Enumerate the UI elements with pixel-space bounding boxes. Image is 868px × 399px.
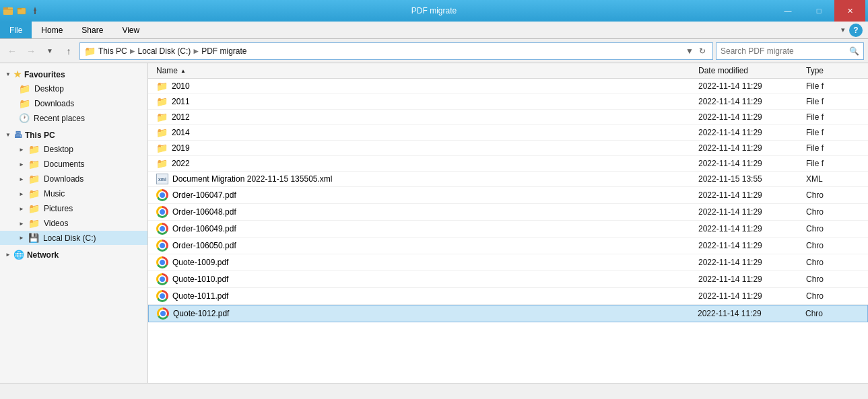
sidebar-item-desktop-fav[interactable]: 📁 Desktop	[0, 81, 147, 96]
file-row-order-106048[interactable]: Order-106048.pdf 2022-11-14 11:29 Chro	[148, 204, 868, 221]
sidebar-item-videos-pc[interactable]: ► 📁 Videos	[0, 216, 147, 231]
quick-access-icon[interactable]	[16, 5, 27, 16]
pdf-chrome-icon-106047	[156, 189, 168, 201]
pdf-chrome-icon-quote-1010	[156, 273, 168, 285]
pin-icon[interactable]	[30, 5, 40, 16]
back-button[interactable]: ←	[4, 43, 20, 59]
help-button[interactable]: ?	[849, 24, 863, 37]
pdf-chrome-icon-quote-1011	[156, 290, 168, 302]
minimize-button[interactable]: —	[772, 0, 803, 22]
clock-icon-recent: 🕐	[19, 113, 30, 123]
file-row-2012[interactable]: 📁 2012 2022-11-14 11:29 File f	[148, 110, 868, 125]
folder-icon-pictures-pc: 📁	[28, 203, 40, 214]
file-name-2022: 📁 2022	[156, 158, 698, 169]
sidebar-section-network: ► 🌐 Network	[0, 248, 147, 262]
sidebar-item-music-pc[interactable]: ► 📁 Music	[0, 186, 147, 201]
pdf-chrome-icon-quote-1012	[157, 307, 169, 320]
file-row-2014[interactable]: 📁 2014 2022-11-14 11:29 File f	[148, 125, 868, 141]
search-icon[interactable]: 🔍	[849, 46, 859, 56]
file-row-quote-1010[interactable]: Quote-1010.pdf 2022-11-14 11:29 Chro	[148, 271, 868, 288]
file-name-2010: 📁 2010	[156, 81, 698, 92]
file-row-quote-1012[interactable]: Quote-1012.pdf 2022-11-14 11:29 Chro	[148, 305, 868, 322]
sidebar-item-local-disk[interactable]: ► 💾 Local Disk (C:)	[0, 231, 147, 245]
addr-dropdown-icon[interactable]: ▼	[686, 46, 694, 56]
addr-this-pc[interactable]: This PC	[98, 46, 127, 56]
file-name-2019: 📁 2019	[156, 143, 698, 153]
folder-icon-desktop-pc: 📁	[28, 144, 40, 155]
file-name-2012: 📁 2012	[156, 112, 698, 122]
addr-sep-2: ►	[192, 46, 200, 56]
addr-refresh-button[interactable]: ↻	[696, 46, 708, 56]
addr-local-disk[interactable]: Local Disk (C:)	[138, 46, 191, 56]
pdf-chrome-icon-106048	[156, 206, 168, 218]
file-row-2019[interactable]: 📁 2019 2022-11-14 11:29 File f	[148, 141, 868, 156]
title-bar-left	[3, 5, 40, 16]
file-row-2022[interactable]: 📁 2022 2022-11-14 11:29 File f	[148, 156, 868, 172]
tab-file[interactable]: File	[0, 22, 32, 38]
col-header-name[interactable]: Name ▲	[156, 66, 698, 75]
tab-share[interactable]: Share	[72, 22, 112, 38]
sidebar-favourites-label: Favourites	[24, 70, 65, 79]
sidebar-item-downloads-pc[interactable]: ► 📁 Downloads	[0, 172, 147, 186]
sidebar-item-pictures-pc[interactable]: ► 📁 Pictures	[0, 201, 147, 216]
file-row-order-106047[interactable]: Order-106047.pdf 2022-11-14 11:29 Chro	[148, 187, 868, 204]
sidebar-header-network[interactable]: ► 🌐 Network	[0, 248, 147, 262]
address-parts: This PC ► Local Disk (C:) ► PDF migrate	[98, 46, 683, 56]
sidebar-item-label-downloads-fav: Downloads	[34, 99, 74, 108]
sidebar-item-downloads-fav[interactable]: 📁 Downloads	[0, 96, 147, 111]
folder-icon-downloads-pc: 📁	[28, 174, 40, 184]
col-header-type[interactable]: Type	[806, 66, 860, 75]
addr-sep-1: ►	[129, 46, 137, 56]
file-row-xml[interactable]: xml Document Migration 2022-11-15 135505…	[148, 172, 868, 187]
file-name-2014: 📁 2014	[156, 127, 698, 138]
sidebar-header-favourites[interactable]: ▼ ★ Favourites	[0, 67, 147, 81]
pdf-chrome-icon-106050	[156, 240, 168, 252]
address-box[interactable]: 📁 This PC ► Local Disk (C:) ► PDF migrat…	[79, 42, 713, 60]
ribbon-chevron[interactable]: ▾	[841, 26, 845, 34]
svg-rect-4	[18, 8, 22, 9]
tab-home[interactable]: Home	[32, 22, 72, 38]
sidebar-item-documents-pc[interactable]: ► 📁 Documents	[0, 157, 147, 172]
folder-icon-downloads-fav: 📁	[19, 98, 30, 109]
sidebar: ▼ ★ Favourites 📁 Desktop 📁 Downloads 🕐 R…	[0, 63, 148, 383]
file-row-order-106050[interactable]: Order-106050.pdf 2022-11-14 11:29 Chro	[148, 238, 868, 254]
svg-rect-6	[34, 11, 36, 14]
sidebar-item-recent-places[interactable]: 🕐 Recent places	[0, 111, 147, 125]
window-controls: — □ ✕	[772, 0, 865, 22]
pdf-chrome-icon-106049	[156, 223, 168, 235]
col-header-date[interactable]: Date modified	[698, 66, 806, 75]
search-input[interactable]	[721, 46, 849, 56]
file-row-quote-1011[interactable]: Quote-1011.pdf 2022-11-14 11:29 Chro	[148, 288, 868, 305]
sidebar-item-label-local-disk: Local Disk (C:)	[43, 233, 96, 243]
drive-icon: 💾	[28, 233, 39, 243]
folder-icon-documents-pc: 📁	[28, 159, 40, 170]
file-row-quote-1009[interactable]: Quote-1009.pdf 2022-11-14 11:29 Chro	[148, 254, 868, 271]
sidebar-item-label-recent: Recent places	[34, 114, 85, 123]
file-row-2011[interactable]: 📁 2011 2022-11-14 11:29 File f	[148, 94, 868, 110]
maximize-button[interactable]: □	[803, 0, 834, 22]
arrow-documents-pc: ►	[19, 161, 24, 168]
file-row-order-106049[interactable]: Order-106049.pdf 2022-11-14 11:29 Chro	[148, 221, 868, 238]
sidebar-item-label-desktop-pc: Desktop	[44, 145, 73, 154]
tab-view[interactable]: View	[112, 22, 149, 38]
up-button[interactable]: ↑	[61, 43, 77, 59]
sidebar-item-desktop-pc[interactable]: ► 📁 Desktop	[0, 142, 147, 157]
pdf-chrome-icon-quote-1009	[156, 256, 168, 268]
sidebar-item-label-downloads-pc: Downloads	[44, 174, 84, 184]
recent-locations-button[interactable]: ▼	[42, 43, 58, 59]
addr-pdf-migrate[interactable]: PDF migrate	[201, 46, 246, 56]
sidebar-this-pc-label: This PC	[25, 131, 55, 140]
sort-arrow-name: ▲	[180, 68, 186, 74]
ribbon-tabs: File Home Share View ▾ ?	[0, 22, 868, 39]
network-collapse-icon: ►	[5, 252, 11, 258]
search-box[interactable]: 🔍	[716, 42, 864, 60]
arrow-downloads-pc: ►	[19, 176, 24, 182]
content-header: Name ▲ Date modified Type	[148, 63, 868, 79]
sidebar-header-this-pc[interactable]: ▼ 🖶 This PC	[0, 128, 147, 142]
file-row-2010[interactable]: 📁 2010 2022-11-14 11:29 File f	[148, 79, 868, 94]
close-button[interactable]: ✕	[834, 0, 865, 22]
file-name-quote-1009: Quote-1009.pdf	[156, 256, 698, 268]
forward-button[interactable]: →	[23, 43, 39, 59]
arrow-music-pc: ►	[19, 191, 24, 197]
file-name-order-106049: Order-106049.pdf	[156, 223, 698, 235]
